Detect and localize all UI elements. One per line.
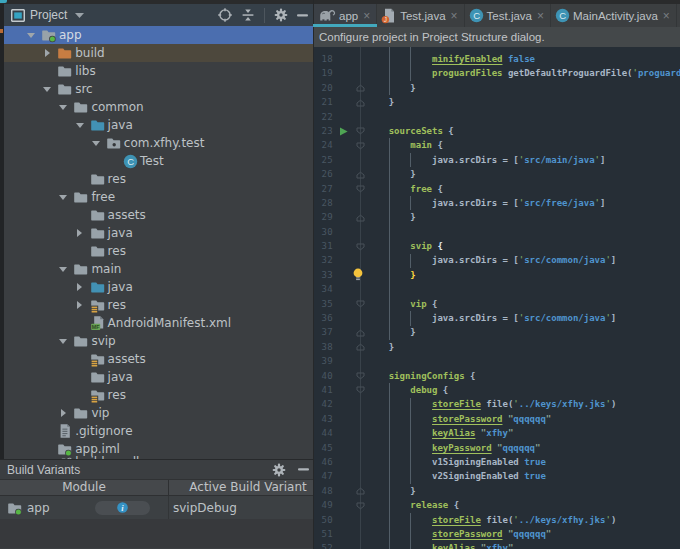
tree-item-assets[interactable]: assets bbox=[4, 206, 313, 224]
code-line-20[interactable]: 20 } bbox=[314, 81, 680, 95]
code-line-36[interactable]: 36 java.srcDirs = ['src/common/java'] bbox=[314, 311, 680, 325]
tree-expanded-arrow-icon[interactable] bbox=[56, 332, 70, 350]
fold-marker-up-icon[interactable] bbox=[356, 99, 365, 107]
code-line-28[interactable]: 28 java.srcDirs = ['src/free/java'] bbox=[314, 196, 680, 210]
code-line-49[interactable]: 49 release { bbox=[314, 498, 680, 512]
code-line-40[interactable]: 40 signingConfigs { bbox=[314, 369, 680, 383]
code-line-48[interactable]: 48 } bbox=[314, 484, 680, 498]
code-line-35[interactable]: 35 vip { bbox=[314, 297, 680, 311]
code-line-25[interactable]: 25 java.srcDirs = ['src/main/java'] bbox=[314, 153, 680, 167]
column-header-module[interactable]: Module bbox=[0, 480, 169, 495]
tree-item-res[interactable]: res bbox=[4, 242, 313, 260]
editor-tab-test-java-1[interactable]: JTest.java× bbox=[377, 4, 464, 27]
tree-collapsed-arrow-icon[interactable] bbox=[40, 44, 54, 62]
tree-expanded-arrow-icon[interactable] bbox=[56, 188, 70, 206]
tree-item-src[interactable]: src bbox=[4, 80, 313, 98]
active-build-variant-cell[interactable]: svipDebug bbox=[169, 501, 313, 515]
fold-marker-down-icon[interactable] bbox=[356, 300, 365, 308]
hide-icon[interactable] bbox=[298, 468, 309, 471]
tree-item-common[interactable]: common bbox=[4, 98, 313, 116]
close-icon[interactable]: × bbox=[363, 11, 370, 21]
fold-marker-up-icon[interactable] bbox=[356, 171, 365, 179]
code-line-31[interactable]: 31 svip { bbox=[314, 239, 680, 253]
code-line-24[interactable]: 24 main { bbox=[314, 138, 680, 152]
tree-item-libs[interactable]: libs bbox=[4, 62, 313, 80]
code-line-23[interactable]: 23 sourceSets { bbox=[314, 124, 680, 138]
code-line-39[interactable]: 39 bbox=[314, 354, 680, 368]
tree-item-main[interactable]: main bbox=[4, 260, 313, 278]
code-line-29[interactable]: 29 } bbox=[314, 210, 680, 224]
gear-icon[interactable] bbox=[274, 8, 288, 22]
run-gutter-icon[interactable] bbox=[339, 127, 348, 136]
tree-item-svip[interactable]: svip bbox=[4, 332, 313, 350]
tree-item-java[interactable]: java bbox=[4, 278, 313, 296]
code-line-26[interactable]: 26 } bbox=[314, 167, 680, 181]
tree-expanded-arrow-icon[interactable] bbox=[73, 116, 87, 134]
code-line-42[interactable]: 42 storeFile file('../keys/xfhy.jks') bbox=[314, 397, 680, 411]
code-line-22[interactable]: 22 bbox=[314, 110, 680, 124]
fold-marker-down-icon[interactable] bbox=[356, 142, 365, 150]
tree-item-app[interactable]: app bbox=[4, 26, 313, 44]
editor-tab-mainactivity-java-3[interactable]: CMainActivity.java× bbox=[551, 4, 677, 27]
code-line-41[interactable]: 41 debug { bbox=[314, 383, 680, 397]
code-editor[interactable]: 18 minifyEnabled false19 proguardFiles g… bbox=[314, 47, 680, 549]
fold-marker-down-icon[interactable] bbox=[356, 127, 365, 135]
locate-icon[interactable] bbox=[218, 8, 232, 22]
code-line-52[interactable]: 52 keyAlias "xfhy" bbox=[314, 541, 680, 549]
code-line-38[interactable]: 38 } bbox=[314, 340, 680, 354]
tree-expanded-arrow-icon[interactable] bbox=[40, 80, 54, 98]
tree-expanded-arrow-icon[interactable] bbox=[89, 134, 103, 152]
hide-icon[interactable] bbox=[297, 14, 308, 17]
editor-tab-test-java-2[interactable]: CTest.java× bbox=[465, 4, 551, 27]
tree-item-java[interactable]: java bbox=[4, 224, 313, 242]
fold-marker-up-icon[interactable] bbox=[356, 214, 365, 222]
fold-marker-down-icon[interactable] bbox=[356, 185, 365, 193]
project-panel-title[interactable]: Project bbox=[30, 8, 67, 22]
fold-marker-down-icon[interactable] bbox=[356, 386, 365, 394]
build-variants-header[interactable]: Build Variants bbox=[0, 460, 313, 479]
code-line-34[interactable]: 34 bbox=[314, 282, 680, 296]
code-line-30[interactable]: 30 bbox=[314, 225, 680, 239]
collapse-all-icon[interactable] bbox=[241, 8, 255, 22]
code-line-51[interactable]: 51 storePassword "qqqqqq" bbox=[314, 527, 680, 541]
editor-tab-app-0[interactable]: app× bbox=[314, 4, 377, 27]
tree-expanded-arrow-icon[interactable] bbox=[56, 260, 70, 278]
code-line-47[interactable]: 47 v2SigningEnabled true bbox=[314, 469, 680, 483]
tree-item-free[interactable]: free bbox=[4, 188, 313, 206]
code-line-32[interactable]: 32 java.srcDirs = ['src/common/java'] bbox=[314, 253, 680, 267]
fold-marker-down-icon[interactable] bbox=[356, 372, 365, 380]
close-icon[interactable]: × bbox=[451, 11, 458, 21]
fold-marker-down-icon[interactable] bbox=[356, 502, 365, 510]
tree-collapsed-arrow-icon[interactable] bbox=[73, 224, 87, 242]
project-panel-header[interactable]: Project bbox=[4, 4, 313, 26]
close-icon[interactable]: × bbox=[537, 11, 544, 21]
code-line-21[interactable]: 21 } bbox=[314, 95, 680, 109]
code-line-45[interactable]: 45 keyPassword "qqqqqq" bbox=[314, 441, 680, 455]
close-icon[interactable]: × bbox=[663, 11, 670, 21]
fold-marker-up-icon[interactable] bbox=[356, 343, 365, 351]
code-line-33[interactable]: 33 } bbox=[314, 268, 680, 282]
tree-collapsed-arrow-icon[interactable] bbox=[73, 296, 87, 314]
fold-marker-up-icon[interactable] bbox=[356, 487, 365, 495]
tree-item-build[interactable]: build bbox=[4, 44, 313, 62]
tree-item-vip[interactable]: vip bbox=[4, 404, 313, 422]
code-line-37[interactable]: 37 } bbox=[314, 325, 680, 339]
tree-expanded-arrow-icon[interactable] bbox=[56, 98, 70, 116]
fold-marker-up-icon[interactable] bbox=[356, 329, 365, 337]
gear-icon[interactable] bbox=[272, 463, 286, 477]
intention-bulb-icon[interactable] bbox=[352, 268, 364, 281]
tree-item-res[interactable]: res bbox=[4, 296, 313, 314]
tree-expanded-arrow-icon[interactable] bbox=[24, 26, 38, 44]
code-line-43[interactable]: 43 storePassword "qqqqqq" bbox=[314, 412, 680, 426]
module-cell[interactable]: app i bbox=[0, 496, 169, 519]
code-line-50[interactable]: 50 storeFile file('../keys/xfhy.jks') bbox=[314, 513, 680, 527]
tree-item-res[interactable]: res bbox=[4, 386, 313, 404]
tree-collapsed-arrow-icon[interactable] bbox=[73, 278, 87, 296]
chevron-down-icon[interactable] bbox=[75, 13, 84, 18]
tree-item-res[interactable]: res bbox=[4, 170, 313, 188]
code-line-27[interactable]: 27 free { bbox=[314, 182, 680, 196]
column-header-variant[interactable]: Active Build Variant bbox=[169, 480, 313, 495]
code-line-18[interactable]: 18 minifyEnabled false bbox=[314, 52, 680, 66]
tree-collapsed-arrow-icon[interactable] bbox=[56, 404, 70, 422]
tree-item-assets[interactable]: assets bbox=[4, 350, 313, 368]
